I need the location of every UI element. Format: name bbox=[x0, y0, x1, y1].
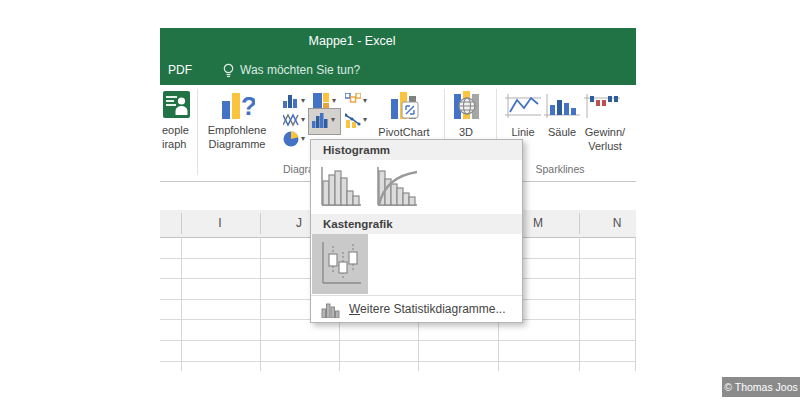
sparkline-column-icon[interactable] bbox=[543, 92, 581, 121]
insert-statistic-chart-icon[interactable] bbox=[312, 113, 328, 128]
people-graph-label-line2[interactable]: iraph bbox=[162, 138, 186, 151]
pareto-chart-option[interactable] bbox=[368, 160, 424, 214]
recommended-charts-icon[interactable]: ? bbox=[219, 89, 255, 122]
insert-line-chart-icon[interactable] bbox=[283, 113, 299, 127]
column-divider bbox=[579, 213, 580, 234]
more-statistic-charts-label: eitere Statistikdiagramme... bbox=[360, 302, 505, 316]
column-header-n[interactable]: N bbox=[597, 216, 637, 230]
chevron-down-icon[interactable]: ▾ bbox=[301, 116, 305, 124]
chevron-down-icon[interactable]: ▾ bbox=[301, 135, 305, 143]
recommended-charts-label-line1[interactable]: Empfohlene bbox=[197, 124, 277, 137]
gridline-horizontal bbox=[160, 340, 636, 341]
map-3d-icon[interactable] bbox=[451, 89, 483, 122]
boxplot-section-label: Kastengrafik bbox=[323, 218, 393, 230]
dropdown-section-boxplot: Kastengrafik bbox=[311, 214, 522, 234]
column-divider bbox=[181, 213, 182, 234]
insert-column-chart-icon[interactable] bbox=[283, 93, 298, 108]
statistic-charts-icon bbox=[321, 301, 340, 318]
tell-me-box[interactable]: Was möchten Sie tun? bbox=[240, 63, 360, 77]
chevron-down-icon[interactable]: ▾ bbox=[363, 97, 367, 105]
box-whisker-icon bbox=[317, 240, 363, 288]
more-statistic-charts-item[interactable]: Weitere Statistikdiagramme... bbox=[311, 295, 522, 322]
chevron-down-icon[interactable]: ▾ bbox=[331, 116, 335, 124]
svg-text:?: ? bbox=[241, 91, 255, 121]
insert-pie-chart-icon[interactable] bbox=[283, 131, 299, 147]
lightbulb-icon bbox=[222, 63, 235, 79]
sparkline-winloss-label-line1[interactable]: Gewinn/ bbox=[574, 126, 636, 139]
recommended-charts-label-line2[interactable]: Diagramme bbox=[197, 138, 277, 151]
people-graph-label-line1[interactable]: eople bbox=[162, 124, 189, 137]
insert-waterfall-chart-icon[interactable] bbox=[345, 93, 361, 108]
tab-pdf[interactable]: PDF bbox=[168, 63, 192, 77]
sparkline-winloss-icon[interactable] bbox=[583, 92, 621, 121]
chevron-down-icon[interactable]: ▾ bbox=[332, 97, 336, 105]
pareto-icon bbox=[373, 165, 419, 209]
column-header-m[interactable]: M bbox=[518, 216, 558, 230]
window-title: Mappe1 - Excel bbox=[252, 34, 452, 48]
screenshot-stage: Mappe1 - Excel PDF Was möchten Sie tun? … bbox=[0, 0, 800, 400]
pivotchart-icon[interactable] bbox=[389, 89, 421, 122]
insert-combo-chart-icon[interactable] bbox=[345, 113, 361, 128]
group-label-sparklines: Sparklines bbox=[508, 163, 612, 175]
histogram-chart-option[interactable] bbox=[312, 160, 368, 214]
histogram-icon bbox=[317, 165, 363, 209]
people-graph-icon[interactable] bbox=[163, 91, 190, 118]
boxplot-chart-option[interactable] bbox=[312, 234, 368, 294]
chevron-down-icon[interactable]: ▾ bbox=[363, 116, 367, 124]
map-3d-label[interactable]: 3D bbox=[446, 126, 486, 139]
insert-hierarchy-chart-icon[interactable] bbox=[313, 93, 329, 108]
credit-badge: © Thomas Joos bbox=[722, 377, 800, 397]
statistic-chart-dropdown: Histogramm bbox=[310, 139, 523, 323]
pivotchart-label[interactable]: PivotChart bbox=[364, 126, 444, 139]
dropdown-section-histogram: Histogramm bbox=[311, 140, 522, 160]
gridline-horizontal bbox=[160, 361, 636, 362]
column-divider bbox=[260, 213, 261, 234]
more-statistic-charts-accelerator: W bbox=[349, 302, 360, 316]
sparkline-line-icon[interactable] bbox=[504, 92, 542, 121]
column-header-i[interactable]: I bbox=[200, 216, 240, 230]
chevron-down-icon[interactable]: ▾ bbox=[301, 97, 305, 105]
histogram-section-label: Histogramm bbox=[323, 144, 390, 156]
sparkline-winloss-label-line2[interactable]: Verlust bbox=[574, 140, 636, 153]
